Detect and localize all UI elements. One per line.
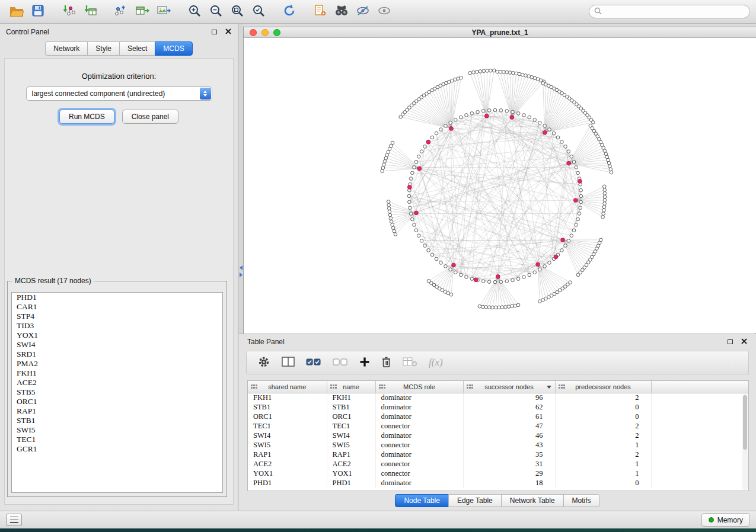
- memory-status-button[interactable]: Memory: [701, 513, 750, 527]
- mcds-result-item[interactable]: TEC1: [12, 435, 222, 444]
- mcds-result-item[interactable]: RAP1: [12, 406, 222, 416]
- float-table-panel-button[interactable]: [726, 338, 733, 345]
- cell-MCDS-role[interactable]: dominator: [375, 412, 463, 421]
- cell-shared-name[interactable]: SWI5: [248, 440, 327, 450]
- run-mcds-button[interactable]: Run MCDS: [59, 110, 114, 124]
- save-session-button[interactable]: [27, 2, 49, 21]
- cell-MCDS-role[interactable]: dominator: [375, 478, 463, 488]
- cell-MCDS-role[interactable]: dominator: [375, 431, 463, 440]
- table-row[interactable]: SWI5SWI5connector431: [248, 440, 748, 450]
- cell-successor-nodes[interactable]: 29: [463, 469, 555, 478]
- mcds-result-item[interactable]: SWI5: [12, 425, 222, 435]
- cell-shared-name[interactable]: RAP1: [248, 450, 327, 459]
- control-tab-network[interactable]: Network: [45, 41, 87, 56]
- export-image-button[interactable]: [153, 2, 174, 21]
- mcds-result-item[interactable]: CAR1: [12, 302, 222, 312]
- open-session-button[interactable]: [6, 2, 27, 21]
- splitter-collapse-handle[interactable]: [238, 264, 243, 279]
- column-header-successor-nodes[interactable]: successor nodes: [463, 381, 555, 393]
- table-tab-node-table[interactable]: Node Table: [395, 494, 448, 507]
- task-history-button[interactable]: [6, 514, 22, 526]
- delete-table-button[interactable]: [403, 357, 417, 368]
- create-column-button[interactable]: [359, 357, 370, 369]
- export-network-button[interactable]: [110, 2, 132, 21]
- import-table-button[interactable]: [79, 2, 101, 21]
- cell-name[interactable]: SWI5: [327, 440, 375, 450]
- mcds-result-item[interactable]: STB5: [12, 387, 222, 397]
- cell-successor-nodes[interactable]: 43: [463, 440, 555, 450]
- cell-predecessor-nodes[interactable]: 2: [555, 393, 651, 402]
- cell-MCDS-role[interactable]: connector: [375, 459, 463, 469]
- cell-MCDS-role[interactable]: dominator: [375, 450, 463, 459]
- control-tab-mcds[interactable]: MCDS: [155, 41, 192, 56]
- mcds-result-item[interactable]: PMA2: [12, 359, 222, 368]
- table-row[interactable]: TEC1TEC1connector472: [248, 421, 748, 431]
- cell-name[interactable]: STB1: [327, 402, 375, 412]
- cell-successor-nodes[interactable]: 47: [463, 421, 555, 431]
- column-header-predecessor-nodes[interactable]: predecessor nodes: [555, 381, 651, 393]
- cell-shared-name[interactable]: STB1: [248, 402, 327, 412]
- function-builder-button[interactable]: f(x): [429, 357, 443, 368]
- cell-predecessor-nodes[interactable]: 1: [555, 469, 651, 478]
- mcds-result-list[interactable]: PHD1CAR1STP4TID3YOX1SWI4SRD1PMA2FKH1ACE2…: [11, 292, 223, 493]
- column-header-shared-name[interactable]: shared name: [248, 381, 327, 393]
- float-panel-button[interactable]: [210, 28, 218, 36]
- mcds-result-item[interactable]: ACE2: [12, 378, 222, 387]
- mcds-result-item[interactable]: YOX1: [12, 331, 222, 340]
- column-header-name[interactable]: name: [327, 381, 375, 393]
- network-from-selection-button[interactable]: [310, 2, 331, 21]
- cell-predecessor-nodes[interactable]: 0: [555, 412, 651, 421]
- cell-predecessor-nodes[interactable]: 2: [555, 421, 651, 431]
- table-row[interactable]: FKH1FKH1dominator962: [248, 393, 748, 402]
- delete-column-button[interactable]: [381, 356, 391, 370]
- network-canvas[interactable]: [244, 39, 755, 334]
- network-window-titlebar[interactable]: YPA_prune.txt_1: [244, 27, 756, 38]
- cell-shared-name[interactable]: FKH1: [248, 393, 327, 402]
- mcds-result-item[interactable]: TID3: [12, 321, 222, 331]
- table-row[interactable]: SWI4SWI4dominator462: [248, 431, 748, 440]
- cell-successor-nodes[interactable]: 18: [463, 478, 555, 488]
- cell-shared-name[interactable]: TEC1: [248, 421, 327, 431]
- cell-predecessor-nodes[interactable]: 2: [555, 431, 651, 440]
- cell-shared-name[interactable]: SWI4: [248, 431, 327, 440]
- deselect-all-rows-button[interactable]: [333, 357, 348, 368]
- cell-predecessor-nodes[interactable]: 1: [555, 440, 651, 450]
- cell-successor-nodes[interactable]: 46: [463, 431, 555, 440]
- cell-predecessor-nodes[interactable]: 0: [555, 478, 651, 488]
- cell-name[interactable]: PHD1: [327, 478, 375, 488]
- table-settings-button[interactable]: [257, 355, 270, 370]
- table-tab-motifs[interactable]: Motifs: [563, 494, 600, 507]
- zoom-selected-button[interactable]: [248, 2, 269, 21]
- table-row[interactable]: ORC1ORC1dominator610: [248, 412, 748, 421]
- control-tab-style[interactable]: Style: [87, 41, 119, 56]
- cell-MCDS-role[interactable]: dominator: [375, 393, 463, 402]
- cell-name[interactable]: SWI4: [327, 431, 375, 440]
- cell-predecessor-nodes[interactable]: 2: [555, 450, 651, 459]
- table-row[interactable]: ACE2ACE2connector311: [248, 459, 748, 469]
- sort-descending-icon[interactable]: [547, 386, 551, 389]
- mcds-result-item[interactable]: ORC1: [12, 397, 222, 406]
- cell-name[interactable]: ORC1: [327, 412, 375, 421]
- hide-selected-button[interactable]: [352, 2, 374, 21]
- select-all-rows-button[interactable]: [306, 357, 321, 368]
- table-vertical-scrollbar[interactable]: [742, 394, 748, 490]
- cell-name[interactable]: FKH1: [327, 393, 375, 402]
- mcds-result-item[interactable]: SRD1: [12, 350, 222, 359]
- cell-name[interactable]: TEC1: [327, 421, 375, 431]
- export-table-button[interactable]: [132, 2, 153, 21]
- cell-MCDS-role[interactable]: connector: [375, 440, 463, 450]
- cell-name[interactable]: RAP1: [327, 450, 375, 459]
- cell-predecessor-nodes[interactable]: 1: [555, 459, 651, 469]
- refresh-view-button[interactable]: [279, 2, 300, 21]
- mcds-result-item[interactable]: PHD1: [12, 293, 222, 302]
- mcds-result-item[interactable]: STB1: [12, 416, 222, 425]
- table-row[interactable]: PHD1PHD1dominator180: [248, 478, 748, 488]
- first-neighbors-button[interactable]: [331, 2, 352, 21]
- cell-MCDS-role[interactable]: dominator: [375, 402, 463, 412]
- control-tab-select[interactable]: Select: [119, 41, 155, 56]
- cell-name[interactable]: ACE2: [327, 459, 375, 469]
- cell-predecessor-nodes[interactable]: 0: [555, 402, 651, 412]
- scrollbar-thumb[interactable]: [743, 395, 747, 450]
- show-column-button[interactable]: [282, 356, 295, 369]
- cell-successor-nodes[interactable]: 31: [463, 459, 555, 469]
